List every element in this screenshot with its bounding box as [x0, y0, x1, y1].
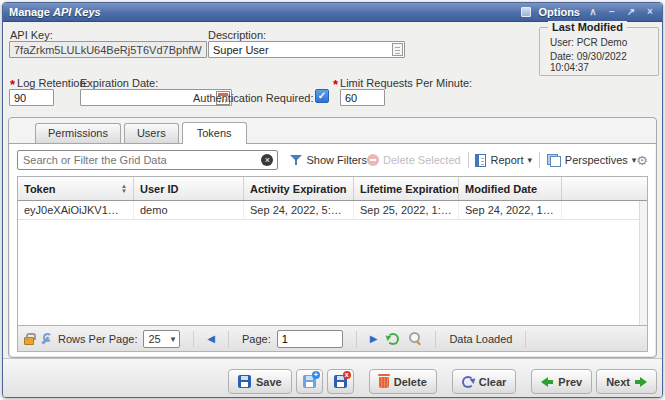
last-modified-panel: Last Modified User: PCR Demo Date: 09/30…	[539, 27, 659, 76]
last-modified-legend: Last Modified	[548, 21, 627, 33]
tab-panel: Permissions Users Tokens × Show Filters …	[8, 117, 657, 358]
options-button[interactable]: Options	[538, 6, 580, 18]
footer-separator	[193, 331, 194, 347]
wrench-icon[interactable]	[40, 333, 52, 345]
cell-filler	[562, 201, 647, 219]
search-box: ×	[17, 150, 278, 170]
save-plus-icon: +	[303, 375, 316, 388]
rows-per-page-label: Rows Per Page:	[58, 333, 137, 345]
api-key-label: API Key:	[10, 29, 53, 41]
grid-status: Data Loaded	[449, 333, 512, 345]
column-header-filler	[562, 177, 647, 200]
footer-separator	[435, 331, 436, 347]
description-label: Description:	[208, 29, 266, 41]
grid-header: Token ▲▼ User ID Activity Expiration Lif…	[18, 177, 647, 201]
popout-icon[interactable]: ↗	[625, 6, 637, 18]
column-header-token[interactable]: Token ▲▼	[18, 177, 134, 200]
tab-permissions[interactable]: Permissions	[35, 123, 121, 143]
manage-api-keys-window: Manage API Keys Options ∧ − ↗ × API Key:…	[2, 2, 663, 398]
perspectives-icon	[547, 154, 561, 167]
show-filters-button[interactable]: Show Filters	[290, 154, 367, 166]
save-close-icon: x	[334, 375, 347, 388]
toolbar-separator	[539, 152, 540, 168]
description-field[interactable]	[209, 42, 392, 57]
cell-activity-expiration: Sep 24, 2022, 5:36 pm	[244, 201, 354, 219]
delete-selected-button[interactable]: Delete Selected	[367, 154, 461, 166]
minimize-icon[interactable]: −	[606, 6, 618, 18]
close-icon[interactable]: ×	[644, 6, 656, 18]
save-and-new-button[interactable]: +	[296, 369, 323, 394]
description-field-wrap	[208, 41, 405, 58]
titlebar: Manage API Keys Options ∧ − ↗ ×	[3, 3, 662, 22]
refresh-icon[interactable]	[387, 333, 399, 345]
grid-footer: Rows Per Page: 25 ▾ ◀ Page: ▶ Data Lo	[18, 325, 647, 351]
last-modified-user: User: PCR Demo	[550, 37, 658, 48]
cell-lifetime-expiration: Sep 25, 2022, 1:36 pm	[354, 201, 459, 219]
collapse-icon[interactable]: ∧	[587, 6, 599, 18]
arrow-left-icon	[541, 377, 553, 387]
lock-icon[interactable]	[24, 337, 34, 345]
minus-circle-icon	[367, 154, 379, 166]
options-icon	[521, 7, 531, 17]
filter-funnel-icon	[290, 154, 302, 166]
tab-users[interactable]: Users	[124, 123, 179, 143]
action-bar: Save + x Delete Clear Prev Next	[3, 358, 662, 397]
trash-icon	[379, 377, 389, 388]
page-label: Page:	[242, 333, 271, 345]
gear-icon[interactable]: ⚙	[636, 153, 648, 168]
footer-separator	[525, 331, 526, 347]
log-retention-field[interactable]	[9, 89, 54, 106]
save-and-close-button[interactable]: x	[327, 369, 354, 394]
last-modified-date: Date: 09/30/2022 10:04:37	[550, 51, 658, 73]
grid-toolbar: × Show Filters Delete Selected Report ▾	[17, 149, 648, 171]
tab-tokens[interactable]: Tokens	[182, 122, 247, 144]
check-icon: ✓	[318, 90, 326, 101]
clear-search-icon[interactable]: ×	[261, 154, 273, 166]
column-header-activity-expiration[interactable]: Activity Expiration	[244, 177, 354, 200]
cell-user-id: demo	[134, 201, 244, 219]
save-icon	[238, 375, 251, 388]
caret-down-icon: ▾	[527, 155, 532, 165]
search-input[interactable]	[18, 151, 261, 169]
window-title: Manage API Keys	[9, 6, 101, 18]
expiration-date-label: Expiration Date:	[80, 77, 158, 89]
api-key-field[interactable]	[9, 41, 207, 58]
column-header-user-id[interactable]: User ID	[134, 177, 244, 200]
sort-icon[interactable]: ▲▼	[117, 184, 127, 194]
next-button[interactable]: Next	[596, 369, 657, 394]
cell-token: eyJ0eXAiOiJKV1QiLCJ...	[18, 201, 134, 219]
arrow-right-icon	[635, 377, 647, 387]
authentication-required-label: Authentication Required:	[193, 92, 313, 104]
toolbar-separator	[468, 152, 469, 168]
tokens-grid: Token ▲▼ User ID Activity Expiration Lif…	[17, 176, 648, 352]
footer-separator	[228, 331, 229, 347]
column-header-modified-date[interactable]: Modified Date	[459, 177, 562, 200]
limit-requests-field[interactable]	[340, 89, 385, 106]
report-button[interactable]: Report ▾	[475, 154, 532, 167]
rows-per-page-select[interactable]: 25 ▾	[143, 330, 180, 348]
chevron-down-icon: ▾	[171, 334, 176, 344]
column-header-lifetime-expiration[interactable]: Lifetime Expiration	[354, 177, 459, 200]
magnifier-icon[interactable]	[409, 332, 422, 345]
next-page-icon[interactable]: ▶	[370, 333, 378, 344]
authentication-required-checkbox[interactable]: ✓	[315, 89, 329, 103]
tab-strip: Permissions Users Tokens	[9, 118, 656, 144]
prev-page-icon[interactable]: ◀	[207, 333, 215, 344]
cell-modified-date: Sep 24, 2022, 1:36 pm	[459, 201, 562, 219]
tokens-tab-content: × Show Filters Delete Selected Report ▾	[10, 144, 655, 356]
report-icon	[475, 154, 486, 167]
vertical-scrollbar[interactable]	[639, 201, 647, 325]
save-button[interactable]: Save	[228, 369, 292, 394]
delete-button[interactable]: Delete	[369, 369, 437, 394]
expand-text-icon[interactable]	[392, 43, 403, 56]
clear-button[interactable]: Clear	[452, 369, 517, 394]
table-row[interactable]: eyJ0eXAiOiJKV1QiLCJ... demo Sep 24, 2022…	[18, 201, 647, 220]
required-icon: *	[333, 77, 338, 92]
page-input[interactable]	[277, 330, 343, 348]
prev-button[interactable]: Prev	[531, 369, 592, 394]
footer-separator	[356, 331, 357, 347]
perspectives-button[interactable]: Perspectives ▾	[547, 154, 637, 167]
grid-body: eyJ0eXAiOiJKV1QiLCJ... demo Sep 24, 2022…	[18, 201, 647, 325]
clear-icon	[462, 376, 474, 388]
